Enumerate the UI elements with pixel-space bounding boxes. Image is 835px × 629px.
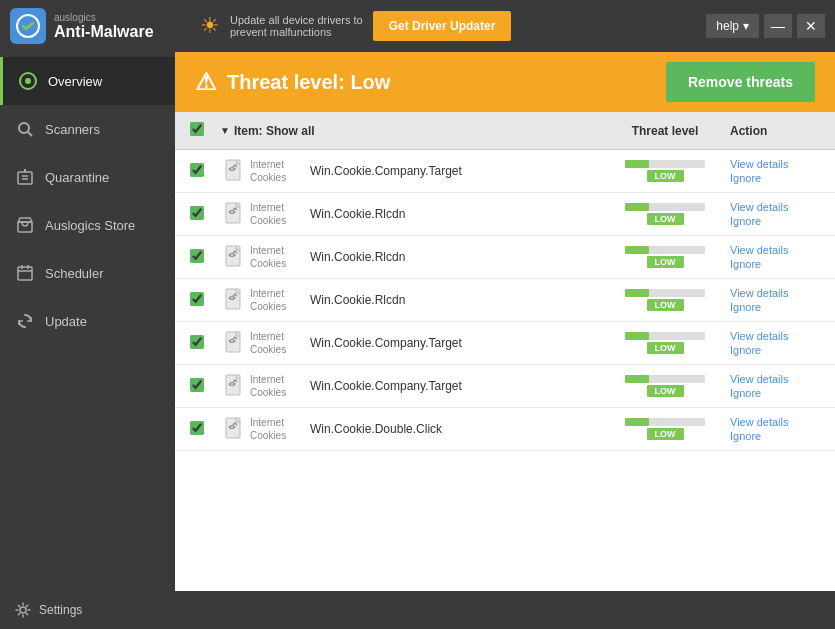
view-details-link[interactable]: View details <box>730 158 820 170</box>
svg-rect-5 <box>18 172 32 184</box>
row-checkbox[interactable] <box>190 163 204 177</box>
sidebar-item-quarantine[interactable]: Quarantine <box>0 153 175 201</box>
ignore-link[interactable]: Ignore <box>730 301 820 313</box>
file-icon <box>220 288 250 312</box>
threat-fill <box>625 160 649 168</box>
select-all-checkbox[interactable] <box>190 122 204 136</box>
ignore-link[interactable]: Ignore <box>730 215 820 227</box>
close-button[interactable]: ✕ <box>797 14 825 38</box>
overview-icon <box>18 71 38 91</box>
row-checkbox-cell <box>190 206 220 223</box>
table-row: InternetCookies Win.Cookie.Double.Click … <box>175 408 835 451</box>
row-checkbox-cell <box>190 421 220 438</box>
table-row: InternetCookies Win.Cookie.Company.Targe… <box>175 150 835 193</box>
svg-rect-10 <box>18 267 32 280</box>
threat-level-cell: LOW <box>600 418 730 440</box>
ignore-link[interactable]: Ignore <box>730 430 820 442</box>
settings-item[interactable]: Settings <box>15 602 82 618</box>
table-header: ▼ Item: Show all Threat level Action <box>175 112 835 150</box>
threat-name: Win.Cookie.Company.Target <box>310 164 600 178</box>
threat-bar-visual <box>625 246 705 254</box>
titlebar: auslogics Anti-Malware ☀ Update all devi… <box>0 0 835 52</box>
threat-fill <box>625 375 649 383</box>
threat-level-badge: LOW <box>647 213 684 225</box>
threat-bar-visual <box>625 203 705 211</box>
minimize-button[interactable]: — <box>764 14 792 38</box>
file-icon <box>220 374 250 398</box>
header-checkbox-cell <box>190 122 220 139</box>
row-checkbox[interactable] <box>190 249 204 263</box>
file-icon <box>220 159 250 183</box>
threat-level-badge: LOW <box>647 342 684 354</box>
threat-category: InternetCookies <box>250 373 310 399</box>
sidebar-item-label: Overview <box>48 74 102 89</box>
row-action-cell: View details Ignore <box>730 244 820 270</box>
svg-point-3 <box>19 123 29 133</box>
row-checkbox-cell <box>190 163 220 180</box>
remove-threats-button[interactable]: Remove threats <box>666 62 815 102</box>
threat-level-cell: LOW <box>600 246 730 268</box>
view-details-link[interactable]: View details <box>730 373 820 385</box>
ignore-link[interactable]: Ignore <box>730 344 820 356</box>
view-details-link[interactable]: View details <box>730 416 820 428</box>
threat-category: InternetCookies <box>250 330 310 356</box>
row-checkbox[interactable] <box>190 292 204 306</box>
threat-level: ⚠ Threat level: Low <box>195 68 390 96</box>
threat-warning-icon: ⚠ <box>195 68 217 96</box>
logo-area: auslogics Anti-Malware <box>10 8 185 44</box>
threat-name: Win.Cookie.Company.Target <box>310 336 600 350</box>
quarantine-icon <box>15 167 35 187</box>
view-details-link[interactable]: View details <box>730 201 820 213</box>
content-area: ⚠ Threat level: Low Remove threats ▼ Ite… <box>175 52 835 591</box>
threat-bar-visual <box>625 375 705 383</box>
view-details-link[interactable]: View details <box>730 244 820 256</box>
threat-table: InternetCookies Win.Cookie.Company.Targe… <box>175 150 835 591</box>
sidebar-item-overview[interactable]: Overview <box>0 57 175 105</box>
threat-level-badge: LOW <box>647 385 684 397</box>
header-action-col: Action <box>730 124 820 138</box>
row-checkbox-cell <box>190 335 220 352</box>
sidebar-item-label: Update <box>45 314 87 329</box>
sidebar-item-label: Scheduler <box>45 266 104 281</box>
svg-rect-9 <box>18 222 32 232</box>
update-sun-icon: ☀ <box>200 13 220 39</box>
table-row: InternetCookies Win.Cookie.Rlcdn LOW Vie… <box>175 193 835 236</box>
file-icon <box>220 331 250 355</box>
threat-bar: ⚠ Threat level: Low Remove threats <box>175 52 835 112</box>
sidebar-item-scanners[interactable]: Scanners <box>0 105 175 153</box>
sidebar-item-update[interactable]: Update <box>0 297 175 345</box>
row-checkbox[interactable] <box>190 335 204 349</box>
help-button[interactable]: help ▾ <box>706 14 759 38</box>
threat-level-cell: LOW <box>600 332 730 354</box>
filter-dropdown[interactable]: ▼ Item: Show all <box>220 124 315 138</box>
table-row: InternetCookies Win.Cookie.Company.Targe… <box>175 365 835 408</box>
threat-category: InternetCookies <box>250 201 310 227</box>
row-checkbox[interactable] <box>190 421 204 435</box>
row-checkbox-cell <box>190 378 220 395</box>
dropdown-arrow-icon: ▼ <box>220 125 230 136</box>
file-icon <box>220 245 250 269</box>
update-icon <box>15 311 35 331</box>
ignore-link[interactable]: Ignore <box>730 172 820 184</box>
row-checkbox-cell <box>190 292 220 309</box>
view-details-link[interactable]: View details <box>730 287 820 299</box>
row-action-cell: View details Ignore <box>730 201 820 227</box>
ignore-link[interactable]: Ignore <box>730 387 820 399</box>
table-row: InternetCookies Win.Cookie.Rlcdn LOW Vie… <box>175 279 835 322</box>
row-checkbox[interactable] <box>190 378 204 392</box>
app-logo-icon <box>10 8 46 44</box>
threat-level-text: Threat level: Low <box>227 71 390 94</box>
get-driver-button[interactable]: Get Driver Updater <box>373 11 512 41</box>
threat-level-badge: LOW <box>647 428 684 440</box>
view-details-link[interactable]: View details <box>730 330 820 342</box>
threat-category: InternetCookies <box>250 287 310 313</box>
sidebar-item-auslogics-store[interactable]: Auslogics Store <box>0 201 175 249</box>
sidebar-item-scheduler[interactable]: Scheduler <box>0 249 175 297</box>
ignore-link[interactable]: Ignore <box>730 258 820 270</box>
app-name: auslogics Anti-Malware <box>54 12 154 41</box>
settings-label: Settings <box>39 603 82 617</box>
row-checkbox[interactable] <box>190 206 204 220</box>
threat-level-badge: LOW <box>647 299 684 311</box>
statusbar: Settings <box>0 591 835 629</box>
threat-fill <box>625 246 649 254</box>
